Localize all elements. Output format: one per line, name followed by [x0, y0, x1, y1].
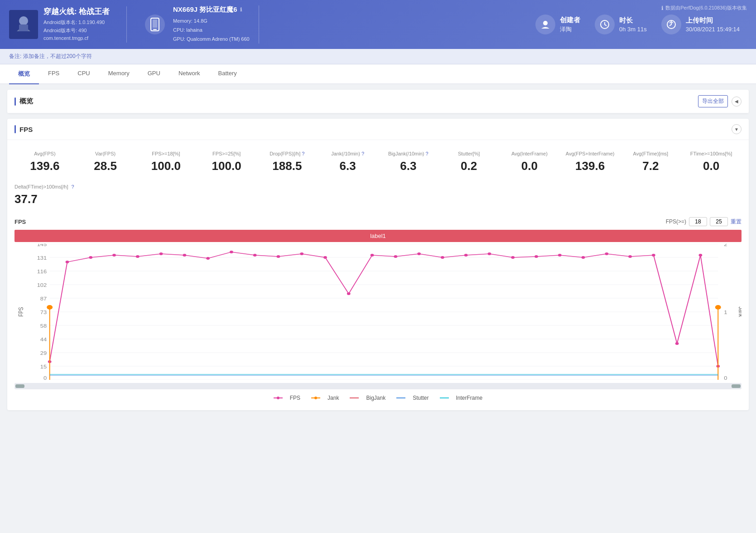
overview-section: 概览 导出全部 ◀ — [7, 90, 749, 113]
svg-point-39 — [89, 256, 92, 259]
fps-stat-ftime: Avg(FTime)[ms] 7.2 — [621, 147, 681, 177]
game-info: 穿越火线: 枪战王者 Android版本名: 1.0.190.490 Andro… — [9, 6, 127, 43]
fps-ge-18-input[interactable] — [689, 217, 707, 226]
creator-stat: 创建者 泽陶 — [528, 15, 587, 34]
duration-label: 时长 — [619, 16, 647, 25]
upload-time-label: 上传时间 — [686, 16, 740, 25]
svg-text:131: 131 — [37, 256, 47, 261]
fps-title: FPS — [14, 125, 33, 133]
fps-interframe-label: Avg(InterFrame) — [501, 151, 558, 156]
fps-stat-interframe: Avg(InterFrame) 0.0 — [499, 147, 560, 177]
help-icon-delta[interactable]: ? — [72, 184, 74, 189]
fps-chart-svg[interactable]: 145 131 116 102 87 73 58 44 29 15 0 FPS — [14, 244, 742, 380]
fps-bigjank-value: 6.3 — [380, 159, 437, 173]
notes-placeholder[interactable]: 备注: 添加备注，不超过200个字符 — [9, 53, 92, 59]
svg-text:1: 1 — [724, 310, 727, 315]
notes-bar: 备注: 添加备注，不超过200个字符 — [0, 49, 756, 64]
tab-network[interactable]: Network — [169, 64, 209, 84]
creator-icon — [535, 15, 555, 34]
svg-point-63 — [652, 254, 655, 257]
data-source-text: 数据由PerfDog(6.0.210836)版本收集 — [665, 5, 747, 11]
game-avatar — [9, 10, 38, 39]
svg-rect-2 — [19, 24, 28, 31]
fps-extra-stats: Delta(FTime)>100ms[/h] ? 37.7 — [7, 184, 749, 212]
device-info: NX669J 努比亚红魔6 ℹ Memory: 14.8G CPU: lahai… — [136, 5, 259, 44]
svg-point-51 — [371, 254, 374, 257]
fps-stat-stutter: Stutter[%] 0.2 — [438, 147, 499, 177]
legend-interframe: InterFrame — [440, 395, 483, 401]
fps-stat-fps-interframe: Avg(FPS+InterFrame) 139.6 — [560, 147, 621, 177]
help-icon-bigjank[interactable]: ? — [426, 151, 429, 156]
svg-point-44 — [206, 257, 210, 260]
fps-controls: FPS(>=) 重置 — [666, 217, 742, 226]
fps-chart-legend: FPS Jank BigJank Stutter InterFrame — [14, 391, 742, 405]
svg-point-52 — [394, 255, 397, 258]
fps-ftime-value: 7.2 — [622, 159, 679, 173]
svg-point-40 — [112, 254, 116, 257]
legend-fps-label: FPS — [290, 395, 300, 401]
upload-time-value: 30/08/2021 15:49:14 — [686, 26, 740, 33]
svg-text:116: 116 — [37, 270, 47, 274]
help-icon-jank[interactable]: ? — [361, 151, 364, 156]
overview-section-header: 概览 导出全部 ◀ — [7, 90, 749, 113]
overview-actions: 导出全部 ◀ — [698, 95, 742, 107]
svg-point-94 — [314, 397, 317, 399]
fps-ge-25-input[interactable] — [710, 217, 728, 226]
tab-overview[interactable]: 概览 — [9, 64, 39, 84]
fps-reset-button[interactable]: 重置 — [731, 218, 742, 226]
fps-ge18-value: 100.0 — [138, 159, 195, 173]
upload-time-stat: 上传时间 30/08/2021 15:49:14 — [654, 15, 747, 34]
tab-fps[interactable]: FPS — [39, 64, 68, 84]
svg-text:44: 44 — [40, 338, 47, 342]
device-model-text: NX669J 努比亚红魔6 — [173, 5, 237, 14]
svg-rect-4 — [153, 29, 157, 30]
creator-value: 泽陶 — [560, 25, 580, 34]
svg-point-62 — [628, 255, 632, 258]
svg-text:0: 0 — [43, 376, 47, 380]
fps-stats-grid: Avg(FPS) 139.6 Var(FPS) 28.5 FPS>=18[%] … — [7, 140, 749, 184]
fps-bigjank-label: BigJank(/10min) ? — [380, 151, 437, 156]
collapse-fps-button[interactable]: ▼ — [732, 124, 742, 134]
game-details: 穿越火线: 枪战王者 Android版本名: 1.0.190.490 Andro… — [43, 6, 110, 43]
legend-jank-label: Jank — [327, 395, 339, 401]
export-all-button[interactable]: 导出全部 — [698, 95, 728, 107]
tab-battery[interactable]: Battery — [209, 64, 246, 84]
fps-ftime-pct-value: 0.0 — [683, 159, 740, 173]
legend-stutter: Stutter — [396, 395, 429, 401]
svg-point-92 — [277, 397, 279, 399]
svg-point-60 — [582, 256, 585, 259]
fps-chart-title: FPS — [14, 218, 26, 225]
scrollbar-thumb-right[interactable] — [732, 384, 741, 388]
svg-point-46 — [253, 254, 257, 257]
fps-ge-label: FPS(>=) — [666, 218, 686, 225]
svg-text:145: 145 — [37, 244, 47, 247]
fps-fps-interframe-label: Avg(FPS+InterFrame) — [562, 151, 619, 156]
device-info-icon[interactable]: ℹ — [240, 7, 242, 13]
legend-bigjank-label: BigJank — [366, 395, 385, 401]
fps-interframe-value: 0.0 — [501, 159, 558, 173]
header-stats: 创建者 泽陶 时长 0h 3m 11s — [528, 15, 747, 34]
svg-text:Jank: Jank — [737, 307, 742, 318]
tab-cpu[interactable]: CPU — [68, 64, 99, 84]
legend-jank: Jank — [311, 395, 339, 401]
scrollbar-thumb-left[interactable] — [15, 384, 24, 388]
svg-point-57 — [511, 256, 515, 259]
fps-label-bar: label1 — [14, 230, 742, 242]
device-specs: Memory: 14.8G CPU: lahaina GPU: Qualcomm… — [173, 17, 250, 44]
fps-chart-header: FPS FPS(>=) 重置 — [14, 217, 742, 226]
svg-point-54 — [441, 256, 444, 259]
help-icon-drop[interactable]: ? — [302, 151, 304, 156]
svg-point-41 — [136, 255, 140, 258]
svg-point-6 — [543, 21, 548, 25]
svg-point-64 — [675, 342, 679, 345]
fps-stutter-value: 0.2 — [440, 159, 497, 173]
fps-ge25-label: FPS>=25[%] — [198, 151, 255, 156]
fps-chart-scrollbar[interactable] — [14, 383, 742, 389]
android-version-name: Android版本名: 1.0.190.490 — [43, 19, 110, 27]
tab-memory[interactable]: Memory — [99, 64, 139, 84]
legend-fps: FPS — [274, 395, 300, 401]
tab-gpu[interactable]: GPU — [139, 64, 169, 84]
main-content: 概览 导出全部 ◀ FPS ▼ Avg(FPS) 139.6 Var(FPS) … — [0, 84, 756, 421]
svg-point-1 — [19, 16, 28, 25]
collapse-overview-button[interactable]: ◀ — [732, 97, 742, 107]
